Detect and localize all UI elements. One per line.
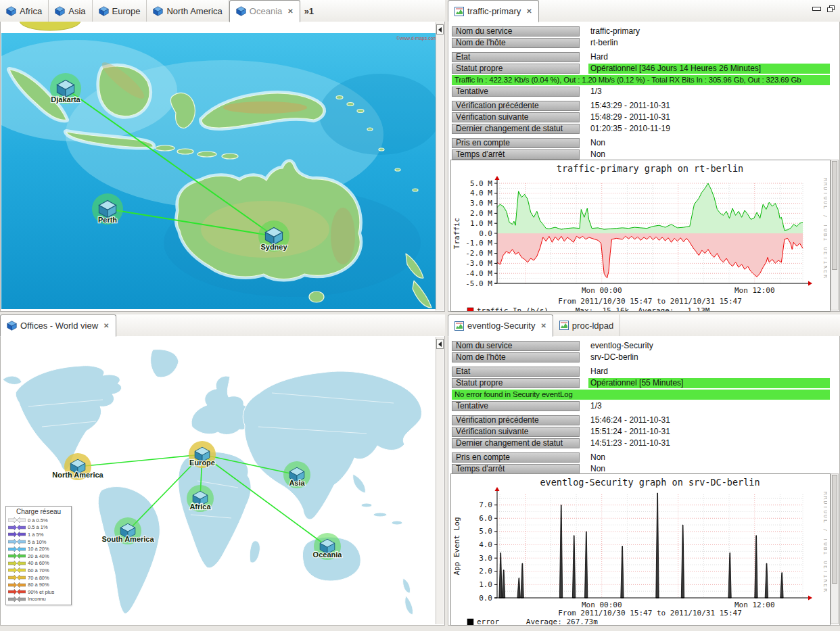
oceania-map[interactable]: ©www.d-maps.com DjakartaPerthSydney <box>1 33 437 309</box>
property-row: Pris en compteNon <box>452 138 830 148</box>
panel-region-maps: AfricaAsiaEuropeNorth AmericaOceania✕ »1 <box>0 0 445 312</box>
tab-traffic-primary[interactable]: traffic-primary ✕ <box>448 0 539 22</box>
property-value: Opérationnel [346 Jours 14 Heures 26 Min… <box>588 64 830 74</box>
map-node-asia[interactable]: Asia <box>283 461 310 488</box>
eventlog-properties-table: Nom du serviceeventlog-SecurityNom de l'… <box>452 341 830 475</box>
svg-text:Traffic: Traffic <box>452 218 461 249</box>
property-label: Dernier changement de statut <box>452 438 580 448</box>
legend-item: 80 à 90% <box>8 581 69 588</box>
svg-text:4.0 M: 4.0 M <box>470 189 492 197</box>
status-bar <box>0 626 840 631</box>
panel-world-map: Offices - World view ✕ <box>0 314 445 626</box>
status-message: No error found in Security eventLog <box>452 390 830 400</box>
scrollbar-thumb[interactable] <box>832 475 837 584</box>
svg-text:From 2011/10/30 15:47 to 2011/: From 2011/10/30 15:47 to 2011/10/31 15:4… <box>558 609 742 617</box>
map-node-sydney[interactable]: Sydney <box>258 220 289 252</box>
cube-icon <box>55 6 65 16</box>
cube-icon <box>6 6 16 16</box>
property-row: Statut propreOpérationnel [55 Minutes] <box>452 378 830 388</box>
tab-europe[interactable]: Europe <box>93 0 147 22</box>
eventlog-rrd-graph: 7.06.05.04.03.02.01.00.0Mon 00:00Mon 12:… <box>450 473 831 626</box>
tab-overflow-chevron[interactable]: »1 <box>304 6 314 16</box>
property-row: Nom de l'hôtert-berlin <box>452 38 830 48</box>
collapse-left-arrow-icon[interactable] <box>436 339 444 349</box>
property-label: Statut propre <box>452 378 580 388</box>
world-tabbar: Offices - World view ✕ <box>0 314 445 337</box>
close-icon[interactable]: ✕ <box>103 322 109 329</box>
property-label: Temps d'arrêt <box>452 149 580 160</box>
property-value: Non <box>588 452 607 463</box>
close-icon[interactable]: ✕ <box>540 322 546 329</box>
property-label: Statut propre <box>452 64 580 74</box>
clipped-node-arc <box>20 22 80 30</box>
svg-text:-2.0 M: -2.0 M <box>465 249 492 258</box>
svg-text:7.0: 7.0 <box>479 500 492 509</box>
svg-text:2.0 M: 2.0 M <box>470 209 492 218</box>
svg-text:-4.0 M: -4.0 M <box>465 269 492 278</box>
svg-text:error Average: 267.73m: error Average: 267.73m <box>477 617 598 626</box>
flow-arrows-icon <box>8 553 26 559</box>
flow-arrows-icon <box>8 575 26 580</box>
legend-item: 60 à 70% <box>8 567 69 574</box>
svg-text:From 2011/10/30 15:47 to 2011/: From 2011/10/30 15:47 to 2011/10/31 15:4… <box>558 297 742 306</box>
property-value: Opérationnel [55 Minutes] <box>588 378 830 388</box>
svg-text:Mon 12:00: Mon 12:00 <box>734 286 775 295</box>
legend-item: Inconnu <box>8 596 69 603</box>
property-label: Pris en compte <box>452 138 580 148</box>
property-value: 1/3 <box>588 87 604 97</box>
svg-text:1.0 M: 1.0 M <box>470 219 492 228</box>
svg-text:RRDTOOL / TOBI OETIKER: RRDTOOL / TOBI OETIKER <box>822 178 827 279</box>
property-value: rt-berlin <box>588 38 620 48</box>
legend-item: 0 à 0.5% <box>8 517 69 524</box>
property-row: Traffic In : 422.32 Kb/s (0.04 %), Out :… <box>452 75 830 85</box>
flow-arrows-icon <box>8 546 26 552</box>
property-row: EtatHard <box>452 367 830 377</box>
map-side-strip <box>436 22 444 310</box>
map-node-africa[interactable]: Africa <box>187 485 214 512</box>
property-value: Hard <box>588 367 610 377</box>
property-label: Dernier changement de statut <box>452 124 580 134</box>
flow-arrows-icon <box>8 532 26 537</box>
rrd-graph-image: 7.06.05.04.03.02.01.00.0Mon 00:00Mon 12:… <box>451 474 827 626</box>
network-load-legend: Charge réseau 0 à 0.5%0.5 à 1%1 à 5%5 à … <box>5 506 72 605</box>
property-label: Tentative <box>452 401 580 411</box>
traffic-rrd-graph: 5.0 M4.0 M3.0 M2.0 M1.0 M0.0-1.0 M-2.0 M… <box>450 160 831 312</box>
tab-eventlog-security[interactable]: eventlog-Security ✕ <box>448 314 553 337</box>
tab-asia[interactable]: Asia <box>49 0 92 22</box>
tab-north-america[interactable]: North America <box>147 0 229 22</box>
tab-africa[interactable]: Africa <box>0 0 49 22</box>
close-icon[interactable]: ✕ <box>526 7 532 15</box>
scrollbar-thumb[interactable] <box>832 161 837 270</box>
graph-scrollbar[interactable] <box>831 473 839 624</box>
tab-oceania[interactable]: Oceania✕ <box>229 0 300 22</box>
property-row: Nom de l'hôtesrv-DC-berlin <box>452 352 830 363</box>
eventlog-tabbar: eventlog-Security ✕ proc-ldpad <box>448 314 840 337</box>
property-value: 15:48:29 - 2011-10-31 <box>588 112 672 122</box>
collapse-left-arrow-icon[interactable] <box>436 24 444 34</box>
property-label: Vérification suivante <box>452 112 580 122</box>
tab-proc-ldpad[interactable]: proc-ldpad <box>553 314 620 336</box>
chart-icon <box>559 321 569 330</box>
graph-scrollbar[interactable] <box>831 160 839 310</box>
map-node-perth[interactable]: Perth <box>92 193 123 225</box>
map-node-djakarta[interactable]: Djakarta <box>50 73 81 104</box>
tab-offices-world-view[interactable]: Offices - World view ✕ <box>0 314 116 337</box>
traffic-tabbar: traffic-primary ✕ <box>448 0 840 22</box>
svg-text:0.0: 0.0 <box>479 594 492 603</box>
map-side-strip <box>436 337 444 624</box>
svg-text:2.0: 2.0 <box>479 567 492 576</box>
property-label: Etat <box>452 367 580 377</box>
restore-icon[interactable] <box>827 5 835 12</box>
svg-text:Asia: Asia <box>289 479 305 487</box>
property-label: Temps d'arrêt <box>452 464 580 474</box>
map-node-europe[interactable]: Europe <box>189 441 216 468</box>
svg-text:-1.0 M: -1.0 M <box>465 239 492 248</box>
minimize-icon[interactable] <box>812 7 821 11</box>
legend-item: 5 à 10% <box>8 538 69 546</box>
monitoring-workbench: AfricaAsiaEuropeNorth AmericaOceania✕ »1 <box>0 0 840 631</box>
svg-text:0.0: 0.0 <box>479 229 492 238</box>
svg-text:-3.0 M: -3.0 M <box>465 259 492 268</box>
close-icon[interactable]: ✕ <box>287 7 293 15</box>
flow-arrows-icon <box>8 582 26 588</box>
panel-service-eventlog: eventlog-Security ✕ proc-ldpad Nom du se… <box>448 314 840 626</box>
